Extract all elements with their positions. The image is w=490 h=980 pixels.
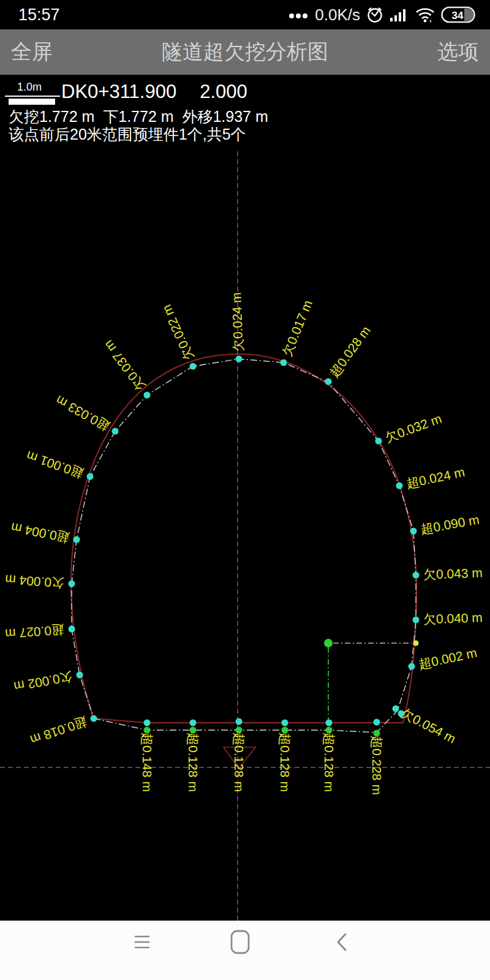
measure-point-dot bbox=[410, 528, 417, 535]
design-outline bbox=[71, 354, 417, 723]
home-button[interactable] bbox=[203, 921, 277, 963]
floor-design-dot bbox=[144, 720, 151, 726]
floor-point-label: 超0.128 m bbox=[232, 733, 246, 792]
measure-point-label: 欠0.017 m bbox=[279, 298, 315, 358]
measure-point-label: 欠0.002 m bbox=[13, 669, 74, 693]
scale-bar-line bbox=[5, 96, 60, 97]
back-button[interactable] bbox=[305, 921, 379, 963]
measure-point-dot bbox=[409, 663, 415, 670]
floor-design-dot bbox=[374, 719, 380, 726]
scale-bar bbox=[9, 99, 55, 105]
measured-profile bbox=[72, 359, 416, 733]
measure-point-dot bbox=[396, 483, 403, 489]
app-screen: 15:57 0.0K/s bbox=[0, 0, 490, 980]
floor-point-label: 超0.128 m bbox=[186, 733, 200, 792]
measure-point-dot bbox=[393, 706, 399, 712]
measure-point-label: 欠0.024 m bbox=[229, 292, 245, 352]
measure-point-label: 超0.004 m bbox=[10, 520, 70, 545]
measure-point-dot bbox=[413, 572, 420, 579]
measure-point-label: 超0.001 m bbox=[24, 448, 85, 481]
measure-point-dot bbox=[325, 379, 332, 385]
measure-point-label: 欠0.037 m bbox=[101, 337, 148, 393]
measure-point-dot bbox=[69, 626, 75, 633]
measure-point-label: 超0.090 m bbox=[420, 512, 480, 536]
floor-design-dot bbox=[326, 720, 333, 726]
measure-point-dot bbox=[91, 715, 97, 722]
floor-point-label: 超0.148 m bbox=[140, 733, 154, 792]
home-square-icon bbox=[230, 930, 251, 954]
floor-point-label: 超0.128 m bbox=[278, 733, 292, 792]
measure-point-label: 欠0.043 m bbox=[423, 565, 483, 581]
measure-point-label: 超0.027 m bbox=[5, 623, 65, 641]
measure-point-dot bbox=[413, 617, 420, 624]
measure-point-label: 欠0.022 m bbox=[159, 303, 196, 363]
system-nav-bar: 易下APP · 4008891800.COM bbox=[0, 921, 490, 980]
menu-button[interactable] bbox=[105, 921, 179, 963]
floor-point-label: 超0.228 m bbox=[370, 736, 384, 795]
measure-point-dot bbox=[77, 672, 83, 679]
measure-point-label: 欠0.004 m bbox=[5, 572, 65, 590]
measure-point-dot bbox=[236, 356, 243, 363]
floor-design-dot bbox=[282, 720, 288, 726]
measure-point-label: 欠0.054 m bbox=[399, 706, 458, 746]
measure-point-label: 超0.002 m bbox=[417, 646, 478, 672]
measure-point-label: 超0.033 m bbox=[53, 393, 112, 434]
measure-point-dot bbox=[190, 363, 197, 370]
measure-point-dot bbox=[112, 428, 119, 435]
measure-point-dot bbox=[74, 537, 80, 543]
measure-point-label: 欠0.040 m bbox=[423, 610, 483, 626]
measure-point-label: 超0.028 m bbox=[326, 323, 373, 380]
embed-count-readout: 该点前后20米范围预埋件1个,共5个 bbox=[9, 124, 246, 145]
floor-point-label: 超0.128 m bbox=[322, 733, 336, 792]
floor-design-dot bbox=[236, 718, 243, 725]
measure-point-label: 欠0.032 m bbox=[383, 411, 443, 445]
scale-bar-label: 1.0m bbox=[17, 81, 42, 94]
measure-point-dot bbox=[87, 473, 94, 480]
floor-design-dot bbox=[190, 720, 197, 726]
chainage-station: DK0+311.900 bbox=[61, 81, 176, 102]
measure-point-dot bbox=[375, 438, 382, 445]
measure-point-dot bbox=[144, 392, 151, 399]
measure-point-dot bbox=[69, 581, 75, 587]
embed-point-dot bbox=[324, 639, 333, 647]
measure-point-label: 超0.018 m bbox=[28, 715, 89, 747]
chainage-value: 2.000 bbox=[200, 81, 247, 102]
back-chevron-icon bbox=[334, 932, 350, 952]
chainage-readout: DK0+311.9002.000 bbox=[61, 81, 247, 103]
measure-point-label: 超0.024 m bbox=[405, 465, 466, 491]
embed-wall-dot bbox=[413, 641, 419, 646]
hamburger-icon bbox=[133, 933, 151, 951]
measure-point-dot bbox=[281, 360, 287, 366]
